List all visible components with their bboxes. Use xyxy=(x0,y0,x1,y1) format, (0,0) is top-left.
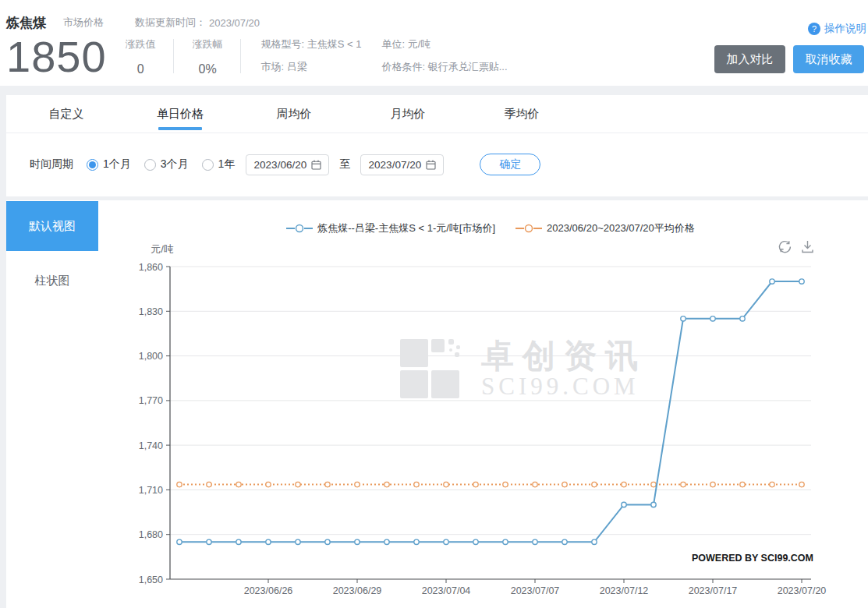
divider xyxy=(173,39,174,73)
svg-text:2023/06/29: 2023/06/29 xyxy=(333,585,382,596)
price-category-label: 市场价格 xyxy=(63,16,104,30)
change-value-label: 涨跌值 xyxy=(126,37,156,51)
calendar-icon xyxy=(311,160,321,170)
price-tabs: 自定义 单日价格 周均价 月均价 季均价 xyxy=(6,95,868,133)
chart-section: 默认视图 柱状图 炼焦煤--吕梁-主焦煤S < 1-元/吨[市场价] 2023/… xyxy=(6,200,868,608)
radio-1-year[interactable]: 1年 xyxy=(202,157,236,171)
spec-column: 规格型号: 主焦煤S < 1 市场: 吕梁 xyxy=(261,34,362,72)
svg-text:2023/07/20: 2023/07/20 xyxy=(778,585,827,596)
svg-text:1,860: 1,860 xyxy=(139,262,163,273)
svg-text:1,650: 1,650 xyxy=(139,574,163,585)
add-compare-button[interactable]: 加入对比 xyxy=(714,45,785,73)
radio-1-month[interactable]: 1个月 xyxy=(87,157,131,171)
calendar-icon xyxy=(426,160,436,170)
tab-quarterly-avg[interactable]: 季均价 xyxy=(465,95,579,133)
radio-3-month[interactable]: 3个月 xyxy=(144,157,189,171)
unfavorite-button[interactable]: 取消收藏 xyxy=(793,45,864,73)
price-line-chart: 1,6501,6801,7101,7401,7701,8001,8301,860… xyxy=(6,200,868,608)
change-pct-label: 涨跌幅 xyxy=(193,37,223,51)
change-pct-block: 涨跌幅 0% xyxy=(193,34,223,76)
change-pct: 0% xyxy=(199,62,217,76)
change-value-block: 涨跌值 0 xyxy=(126,34,156,76)
confirm-button[interactable]: 确定 xyxy=(480,154,540,175)
tab-weekly-avg[interactable]: 周均价 xyxy=(237,95,351,133)
time-filter-bar: 时间周期 1个月 3个月 1年 2023/06/20 至 2023/07/20 xyxy=(6,133,868,196)
product-title: 炼焦煤 xyxy=(6,14,46,32)
market-name: 市场: 吕梁 xyxy=(261,62,362,72)
end-date-input[interactable]: 2023/07/20 xyxy=(360,154,444,175)
spec-model: 规格型号: 主焦煤S < 1 xyxy=(261,39,362,50)
tab-custom[interactable]: 自定义 xyxy=(9,95,123,133)
svg-text:1,800: 1,800 xyxy=(139,351,163,362)
svg-text:2023/07/07: 2023/07/07 xyxy=(511,585,560,596)
time-period-label: 时间周期 xyxy=(30,157,73,171)
unit-column: 单位: 元/吨 价格条件: 银行承兑汇票贴... xyxy=(382,34,508,72)
svg-text:2023/07/17: 2023/07/17 xyxy=(689,585,738,596)
unit-text: 单位: 元/吨 xyxy=(382,39,508,50)
svg-text:2023/06/26: 2023/06/26 xyxy=(244,585,293,596)
update-time-label: 数据更新时间： xyxy=(135,16,206,30)
change-value: 0 xyxy=(137,62,144,76)
help-link[interactable]: ? 操作说明 xyxy=(808,22,866,36)
powered-by-label: POWERED BY SCI99.COM xyxy=(692,553,813,564)
svg-text:1,740: 1,740 xyxy=(139,440,163,451)
svg-text:1,770: 1,770 xyxy=(139,395,163,406)
price-panel: 自定义 单日价格 周均价 月均价 季均价 时间周期 1个月 3个月 1年 202… xyxy=(6,95,868,196)
svg-text:1,830: 1,830 xyxy=(139,306,163,317)
svg-text:2023/07/12: 2023/07/12 xyxy=(600,585,649,596)
current-price: 1850 xyxy=(6,34,107,80)
date-range-to-label: 至 xyxy=(339,157,350,171)
product-header: 炼焦煤 市场价格 数据更新时间： 2023/07/20 1850 涨跌值 0 涨… xyxy=(0,0,868,86)
update-time-value: 2023/07/20 xyxy=(209,17,260,29)
divider xyxy=(240,39,241,73)
radio-icon xyxy=(87,159,98,171)
radio-icon xyxy=(202,159,214,171)
tab-daily-price[interactable]: 单日价格 xyxy=(123,95,237,133)
question-circle-icon: ? xyxy=(808,23,820,35)
svg-text:1,680: 1,680 xyxy=(139,529,163,540)
price-condition: 价格条件: 银行承兑汇票贴... xyxy=(382,62,508,72)
tab-monthly-avg[interactable]: 月均价 xyxy=(351,95,465,133)
svg-text:2023/07/04: 2023/07/04 xyxy=(422,585,471,596)
help-label: 操作说明 xyxy=(824,22,866,36)
start-date-input[interactable]: 2023/06/20 xyxy=(246,154,329,175)
radio-icon xyxy=(144,159,156,171)
svg-text:1,710: 1,710 xyxy=(139,485,163,496)
